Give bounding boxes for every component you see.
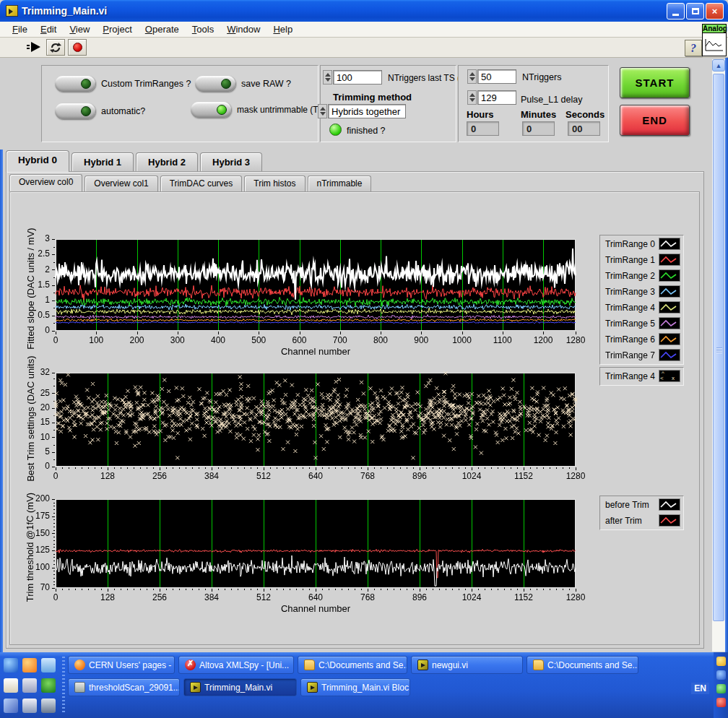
automatic-label: automatic?	[101, 106, 145, 116]
mask-untrimmable-toggle[interactable]	[191, 102, 231, 118]
taskbar-button[interactable]: CERN Users' pages - ...	[68, 656, 175, 674]
remote-desktop-icon[interactable]	[22, 678, 37, 693]
menu-project[interactable]: Project	[96, 22, 138, 36]
abort-button[interactable]	[68, 39, 87, 56]
hours-field: 0	[467, 121, 499, 136]
display-icon[interactable]	[41, 658, 56, 672]
legend-marker-swatch: ^<x	[659, 370, 680, 382]
taskbar-button[interactable]: Trimming_Main.vi	[183, 678, 297, 696]
front-panel: Custom TrimRanges ? automatic? save RAW …	[0, 58, 728, 652]
minutes-label: Minutes	[521, 109, 556, 120]
legend-item[interactable]: TrimRange 6	[600, 332, 683, 347]
legend-label: TrimRange 6	[605, 334, 655, 345]
run-continuous-button[interactable]	[46, 39, 65, 56]
subtab-trim-histos[interactable]: Trim histos	[244, 176, 305, 191]
legend-line-swatch	[659, 238, 680, 250]
taskbar-button[interactable]: Altova XMLSpy - [Uni...	[178, 656, 294, 674]
trimming-method-dropdown[interactable]: Hybrids together	[328, 104, 406, 118]
subtab-overview-col1[interactable]: Overview col1	[84, 176, 157, 191]
save-raw-toggle[interactable]	[195, 76, 235, 92]
taskbar: CERN Users' pages - ...Altova XMLSpy - […	[0, 652, 728, 718]
ntriggers-last-ts-field[interactable]: 100	[333, 70, 382, 85]
scroll-up-icon[interactable]: ▲	[712, 59, 725, 72]
legend-label: TrimRange 3	[605, 287, 655, 297]
seconds-field: 00	[568, 121, 600, 136]
legend-item[interactable]: before Trim	[600, 497, 683, 513]
start-button[interactable]: START	[620, 67, 690, 98]
tab-hybrid-1[interactable]: Hybrid 1	[72, 152, 134, 172]
maximize-button[interactable]	[686, 3, 704, 20]
window-border-right	[725, 58, 728, 652]
xmlspy-icon	[185, 659, 196, 670]
taskbar-separator	[62, 657, 65, 714]
legend-item[interactable]: TrimRange 1	[600, 252, 683, 268]
trim-settings-cluster: 100 NTriggers last TS (100) Trimming met…	[320, 65, 456, 142]
trim-threshold-ylabel: Trim threshold @1fC (mV)	[24, 493, 37, 601]
minimize-button[interactable]	[667, 3, 685, 20]
legend-item[interactable]: TrimRange 5	[600, 316, 683, 332]
computer-doc-icon[interactable]	[22, 698, 37, 713]
taskbar-button[interactable]: thresholdScan_29091...	[68, 678, 180, 696]
menu-operate[interactable]: Operate	[139, 22, 186, 36]
custom-trimranges-toggle[interactable]	[55, 76, 95, 92]
firefox-icon[interactable]	[22, 658, 37, 672]
ntriggers-field[interactable]: 50	[477, 69, 516, 84]
notepad-icon[interactable]	[4, 678, 18, 693]
language-indicator[interactable]: EN	[691, 683, 709, 694]
tab-hybrid-2[interactable]: Hybrid 2	[136, 152, 198, 172]
subtab-trimdac-curves[interactable]: TrimDAC curves	[160, 176, 243, 191]
best-trim-plot	[25, 367, 594, 488]
legend-item[interactable]: TrimRange 4	[600, 300, 683, 316]
menu-view[interactable]: View	[63, 22, 96, 36]
scrollbar-thumb[interactable]	[713, 74, 724, 621]
legend-item[interactable]: TrimRange 0	[600, 236, 683, 252]
threshold-legend: before Trimafter Trim	[599, 496, 684, 530]
legend-item[interactable]: after Trim	[600, 513, 683, 529]
legend-item[interactable]: TrimRange 4^<x	[600, 368, 683, 384]
automatic-toggle[interactable]	[55, 103, 95, 119]
tray-red-icon[interactable]	[716, 698, 726, 707]
tray-blue-icon[interactable]	[716, 670, 726, 680]
taskbar-button[interactable]: C:\Documents and Se...	[526, 656, 638, 674]
run-icon[interactable]	[26, 40, 43, 54]
menu-window[interactable]: Window	[220, 22, 266, 36]
taskbar-button[interactable]: newgui.vi	[411, 656, 523, 674]
legend-line-swatch	[659, 269, 680, 282]
taskbar-button[interactable]: C:\Documents and Se...	[298, 656, 407, 674]
ntriggers-last-ts-spinner[interactable]	[323, 70, 332, 85]
tray-green-icon[interactable]	[716, 684, 726, 693]
computer-security-icon[interactable]	[41, 698, 56, 713]
analog-palette[interactable]: Analog	[702, 24, 727, 56]
labview-icon	[417, 659, 428, 670]
window-border-left	[0, 150, 3, 652]
legend-item[interactable]: TrimRange 7	[600, 347, 683, 363]
pulse-l1-delay-spinner[interactable]	[467, 90, 477, 105]
menu-file[interactable]: File	[6, 22, 34, 36]
menubar: FileEditViewProjectOperateToolsWindowHel…	[0, 22, 728, 38]
subtab-ntrimmable[interactable]: nTrimmable	[308, 176, 372, 191]
vertical-scrollbar[interactable]: ▲	[712, 59, 725, 652]
menu-help[interactable]: Help	[266, 22, 299, 36]
close-button[interactable]: ×	[706, 3, 724, 20]
help-button[interactable]: ?	[685, 40, 702, 56]
tab-hybrid-0[interactable]: Hybrid 0	[6, 150, 69, 172]
quick-launch	[1, 655, 61, 716]
network-places-icon[interactable]	[4, 698, 18, 713]
trim-threshold-xlabel: Channel number	[56, 603, 576, 614]
subtab-overview-col0[interactable]: Overview col0	[9, 174, 82, 191]
tab-hybrid-3[interactable]: Hybrid 3	[200, 152, 262, 172]
taskbar-button[interactable]: Trimming_Main.vi Bloc...	[300, 678, 410, 696]
legend-label: TrimRange 2	[605, 271, 655, 281]
tray-star-icon[interactable]	[716, 657, 726, 666]
pulse-l1-delay-field[interactable]: 129	[477, 90, 516, 105]
legend-item[interactable]: TrimRange 3	[600, 284, 683, 300]
end-button[interactable]: END	[620, 105, 690, 136]
save-raw-label: save RAW ?	[241, 79, 291, 89]
trimming-method-spinner[interactable]	[318, 104, 327, 118]
ntriggers-spinner[interactable]	[467, 69, 477, 84]
menu-edit[interactable]: Edit	[34, 22, 63, 36]
internet-icon[interactable]	[4, 658, 18, 672]
root-tree-icon[interactable]	[41, 678, 56, 693]
menu-tools[interactable]: Tools	[186, 22, 220, 36]
legend-item[interactable]: TrimRange 2	[600, 268, 683, 284]
